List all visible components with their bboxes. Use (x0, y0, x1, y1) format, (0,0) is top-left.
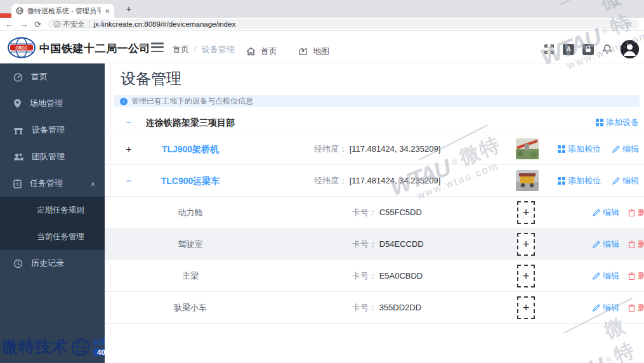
card-value: C55FC5DD (379, 208, 422, 217)
card-label: 卡号： (352, 303, 377, 312)
tab-close-icon[interactable]: × (105, 6, 110, 16)
latlng-value: [117.481424, 34.235209] (350, 176, 441, 185)
device-name-link[interactable]: TLC900运梁车 (140, 165, 241, 197)
browser-tab[interactable]: 微特巡检系统 - 管理员平台 × (11, 4, 114, 18)
upload-photo-button[interactable]: + (517, 265, 535, 287)
info-alert: i 管理已有工地下的设备与点检位信息 (114, 95, 640, 107)
clipboard-icon (13, 179, 22, 188)
delete-checkpoint-button[interactable]: 删除 (628, 270, 644, 282)
vendor-globe-icon (71, 338, 90, 357)
edit-checkpoint-button[interactable]: 编辑 (593, 239, 619, 250)
device-row-tlj900: + TLJ900架桥机 经纬度： [117.481424, 34.235209]… (105, 133, 644, 165)
add-device-button[interactable]: 添加设备 (596, 112, 639, 133)
collapse-device-toggle[interactable]: − (122, 165, 135, 197)
svg-text:CRCC: CRCC (16, 46, 28, 50)
home-icon (246, 47, 256, 56)
edit-label: 编辑 (622, 165, 639, 197)
edit-device-button[interactable]: 编辑 (612, 165, 639, 197)
url-text: jx-linkcreate.cn:8089/#/devicemanage/ind… (93, 20, 235, 28)
edit-label: 编辑 (622, 133, 639, 165)
checkpoint-row-power-cabin: 动力舱 卡号： C55FC5DD + 编辑 删除 (105, 197, 644, 228)
team-icon (13, 152, 23, 161)
bookmark-star-icon[interactable]: ☆ (626, 20, 633, 29)
forward-icon[interactable]: → (20, 20, 28, 29)
map-icon (298, 47, 308, 56)
lock-icon[interactable] (582, 44, 594, 55)
sidebar-item-periodic-task-rules[interactable]: 定期任务规则 (0, 197, 105, 223)
main-content: 设备管理 i 管理已有工地下的设备与点检位信息 − 连徐铁路架梁三项目部 添加设… (105, 63, 644, 363)
sidebar-item-task-manage[interactable]: 任务管理 ∧ (0, 170, 105, 197)
checkpoint-name: 动力舱 (140, 197, 241, 228)
card-value: 355DD2DD (379, 303, 421, 312)
edit-checkpoint-button[interactable]: 编辑 (593, 270, 619, 282)
collapse-group-toggle[interactable]: − (122, 112, 135, 133)
edit-checkpoint-button[interactable]: 编辑 (593, 302, 619, 314)
delete-checkpoint-button[interactable]: 删除 (628, 302, 644, 314)
breadcrumb-current: 设备管理 (202, 44, 235, 55)
alert-info-icon: i (120, 98, 128, 105)
device-name-link[interactable]: TLJ900架桥机 (140, 133, 241, 165)
fullscreen-icon[interactable] (544, 44, 555, 55)
tab-map[interactable]: 地图 (298, 39, 329, 63)
card-value: E5A0CBDD (379, 271, 423, 280)
reload-icon[interactable]: ⟳ (34, 20, 41, 29)
sidebar-item-history[interactable]: 历史记录 (0, 250, 105, 277)
breadcrumb-home[interactable]: 首页 (173, 44, 189, 55)
add-checkpoint-button[interactable]: 添加检位 (558, 133, 601, 165)
card-label: 卡号： (352, 239, 377, 249)
bell-icon[interactable] (602, 44, 612, 55)
sidebar-item-team-manage[interactable]: 团队管理 (0, 143, 105, 170)
address-bar[interactable]: i 不安全 jx-linkcreate.cn:8089/#/devicemana… (48, 19, 639, 29)
language-icon[interactable]: A (563, 44, 574, 55)
edit-label: 编辑 (603, 302, 619, 314)
company-title: 中国铁建十二局一公司 (39, 41, 150, 56)
delete-label: 删除 (638, 270, 644, 282)
card-label: 卡号： (352, 271, 377, 280)
sidebar-item-label: 团队管理 (32, 151, 65, 162)
edit-label: 编辑 (603, 270, 619, 282)
delete-checkpoint-button[interactable]: 删除 (628, 207, 644, 218)
sidebar-item-label: 场地管理 (30, 98, 63, 109)
upload-photo-button[interactable]: + (517, 201, 535, 224)
delete-label: 删除 (638, 207, 644, 218)
security-label: 不安全 (63, 20, 85, 29)
expand-device-toggle[interactable]: + (122, 133, 135, 165)
checkpoint-name: 驾驶室 (140, 228, 241, 260)
device-photo[interactable] (516, 138, 539, 159)
sidebar-item-label: 首页 (31, 71, 48, 82)
sidebar-item-home[interactable]: 首页 (0, 63, 105, 90)
add-checkpoint-button[interactable]: 添加检位 (558, 165, 601, 197)
checkpoint-row-cab: 驾驶室 卡号： D54ECCDD + 编辑 删除 (105, 228, 644, 260)
upload-photo-button[interactable]: + (517, 296, 535, 319)
task-submenu: 定期任务规则 当前任务管理 (0, 197, 105, 250)
checkpoint-name: 主梁 (140, 260, 241, 292)
sidebar-item-current-task-manage[interactable]: 当前任务管理 (0, 223, 105, 250)
tab-title: 微特巡检系统 - 管理员平台 (27, 6, 101, 16)
security-chip[interactable]: i 不安全 (54, 20, 90, 29)
screen: 微特巡检系统 - 管理员平台 × + — ← → ⟳ i 不安全 jx-link… (0, 0, 644, 363)
edit-label: 编辑 (603, 239, 619, 250)
latlng-value: [117.481424, 34.235209] (350, 144, 441, 154)
back-icon[interactable]: ← (5, 20, 13, 29)
sidebar-item-label: 任务管理 (30, 178, 63, 189)
tab-home-label: 首页 (261, 46, 277, 57)
header-actions: A (544, 40, 639, 58)
latlng-label: 经纬度： (314, 176, 347, 185)
checkpoint-row-girder-trolley: 驮梁小车 卡号： 355DD2DD + 编辑 删除 (105, 292, 644, 324)
delete-checkpoint-button[interactable]: 删除 (628, 239, 644, 250)
new-tab-button[interactable]: + (122, 3, 135, 15)
sidebar-item-device-manage[interactable]: 设备管理 (0, 117, 105, 143)
add-checkpoint-label: 添加检位 (568, 165, 601, 197)
upload-photo-button[interactable]: + (517, 233, 535, 256)
sidebar: 首页 场地管理 设备管理 团队管理 任务管理 ∧ (0, 63, 105, 363)
edit-device-button[interactable]: 编辑 (612, 133, 639, 165)
hamburger-icon[interactable] (151, 43, 164, 52)
edit-checkpoint-button[interactable]: 编辑 (593, 207, 619, 218)
device-photo[interactable] (516, 170, 539, 191)
user-avatar[interactable] (621, 40, 639, 58)
window-minimize-button[interactable]: — (613, 0, 620, 7)
edit-label: 编辑 (603, 207, 619, 218)
tab-home[interactable]: 首页 (246, 39, 277, 63)
sidebar-item-site-manage[interactable]: 场地管理 (0, 90, 105, 117)
location-pin-icon (13, 98, 22, 109)
